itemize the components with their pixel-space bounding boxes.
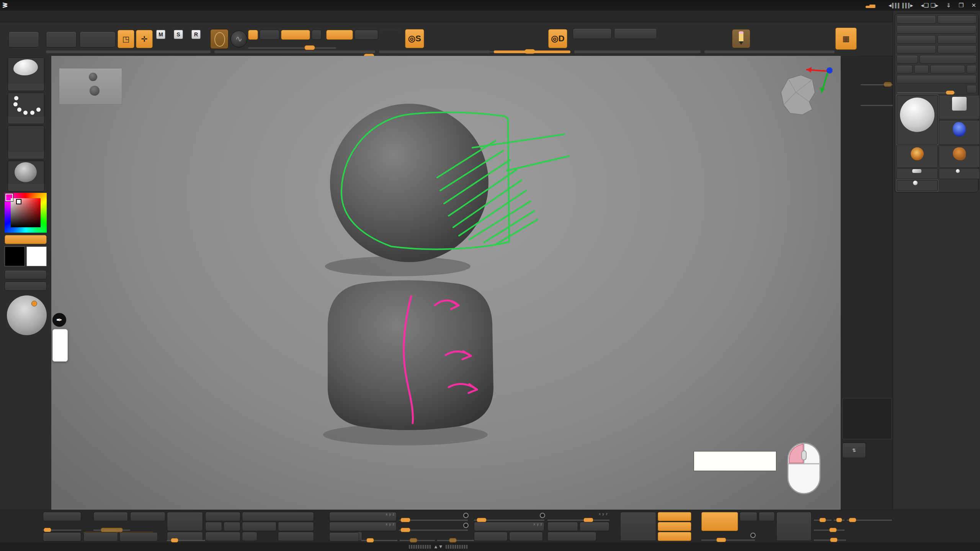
mini-document-preview[interactable] xyxy=(59,68,122,104)
surface-button[interactable] xyxy=(43,532,81,541)
roll-button[interactable] xyxy=(329,532,359,541)
color-swatch[interactable] xyxy=(60,337,66,343)
half-button[interactable] xyxy=(205,522,222,531)
polish-slider[interactable] xyxy=(399,512,468,521)
load-tools-from-project-button[interactable] xyxy=(897,25,977,34)
uv-button[interactable] xyxy=(242,532,257,541)
del-lower-button[interactable] xyxy=(93,512,128,521)
clay-polish-button[interactable] xyxy=(776,512,812,541)
inflate-slider[interactable]: x y z xyxy=(547,512,609,521)
current-color-swatch[interactable] xyxy=(54,349,66,360)
tool-thumb[interactable] xyxy=(897,168,938,179)
mrgb-button[interactable] xyxy=(260,30,279,40)
smart-resym-button[interactable]: x y z xyxy=(474,522,544,531)
active-tool-slider[interactable] xyxy=(897,85,965,93)
mask-by-feature-button[interactable] xyxy=(620,512,656,541)
store-mt-button[interactable] xyxy=(474,532,508,541)
texture-preview-frame[interactable] xyxy=(842,398,892,439)
make-polymesh3d-button[interactable] xyxy=(920,55,977,64)
current-brush-thumbnail[interactable] xyxy=(8,57,44,91)
goz-button[interactable] xyxy=(897,65,913,73)
same-button[interactable] xyxy=(224,522,240,531)
lazy-radius-slider[interactable] xyxy=(437,532,474,541)
tray-scroll-hatch[interactable] xyxy=(446,545,468,549)
fill-object-button[interactable] xyxy=(43,512,81,521)
tray-divider-active[interactable] xyxy=(494,51,570,53)
edge-slider[interactable] xyxy=(814,522,844,531)
draw-size-d-button[interactable]: ◎D xyxy=(548,29,567,48)
lazy-step-slider[interactable] xyxy=(400,532,435,541)
color-swatch[interactable] xyxy=(54,337,60,343)
live-boolean-button[interactable] xyxy=(80,31,116,47)
tool-thumb[interactable] xyxy=(897,180,938,191)
layout-icons[interactable]: ◂❏ ❏▸ xyxy=(921,2,938,9)
import-button[interactable] xyxy=(897,45,936,54)
tray-divider[interactable] xyxy=(379,51,490,53)
tablet-pressure-icon[interactable]: ◂∥∥∥ ∥∥∥▸ xyxy=(889,2,913,9)
mirror-button[interactable]: x y z xyxy=(329,522,397,531)
tool-thumb-active[interactable] xyxy=(897,95,938,145)
switch-color-button[interactable] xyxy=(5,270,47,279)
polish-by-features-slider[interactable] xyxy=(399,522,468,531)
unify-button[interactable]: x y z xyxy=(329,512,397,521)
a-toggle-button[interactable] xyxy=(248,30,258,40)
secondary-color-swatch[interactable] xyxy=(26,246,47,266)
split-screen-slider[interactable] xyxy=(847,512,892,521)
crease-button[interactable] xyxy=(658,532,691,541)
tool-thumb[interactable] xyxy=(939,120,980,145)
tray-divider[interactable] xyxy=(704,51,835,53)
goz-all-button[interactable] xyxy=(914,65,929,73)
color-swatch[interactable] xyxy=(60,331,66,337)
paste-tool-button[interactable] xyxy=(938,35,977,44)
lightbox-button[interactable] xyxy=(46,31,77,47)
goz-r-button[interactable] xyxy=(967,65,977,73)
zsub-button[interactable] xyxy=(354,30,378,40)
colorize-button[interactable] xyxy=(547,532,596,541)
dynamesh-button[interactable] xyxy=(701,512,738,531)
del-hidden-button[interactable] xyxy=(242,522,276,531)
saturation-value-square[interactable] xyxy=(11,198,41,227)
export-button[interactable] xyxy=(938,45,977,54)
dynamesh-groups-button[interactable] xyxy=(740,512,757,521)
scale-button[interactable]: S xyxy=(174,30,183,40)
surface-slider[interactable] xyxy=(814,532,846,541)
close-holes-button[interactable] xyxy=(278,522,314,531)
load-tool-button[interactable] xyxy=(897,15,936,24)
lightbox-tools-button[interactable] xyxy=(897,75,977,83)
mid-value-slider[interactable] xyxy=(43,522,81,531)
minimize-button[interactable]: ⇓ xyxy=(946,2,951,9)
focal-shift-s-button[interactable]: ◎S xyxy=(405,29,424,48)
replay-last-button[interactable] xyxy=(573,28,612,39)
home-page-button[interactable] xyxy=(8,31,39,47)
rotate-button[interactable]: R xyxy=(191,30,201,40)
zadd-button[interactable] xyxy=(326,30,353,40)
sdiv-slider[interactable] xyxy=(93,522,130,531)
roll-dist-slider[interactable] xyxy=(361,532,397,541)
main-color-swatch[interactable] xyxy=(5,246,25,266)
tool-thumb[interactable] xyxy=(939,95,980,119)
dynamesh-polish-button[interactable] xyxy=(759,512,775,521)
tray-divider[interactable] xyxy=(574,51,701,53)
current-alpha-thumbnail[interactable] xyxy=(8,126,44,159)
goz-visible-button[interactable] xyxy=(930,65,965,73)
merge-down-button[interactable] xyxy=(205,532,240,541)
current-tool-preview[interactable] xyxy=(7,295,47,335)
color-picker[interactable] xyxy=(5,193,47,233)
polish-by-groups-slider[interactable] xyxy=(474,512,544,521)
close-button[interactable]: ✕ xyxy=(971,2,976,9)
min-slider[interactable] xyxy=(834,512,844,521)
epic-pen-logo-icon[interactable]: ✒ xyxy=(52,313,66,327)
clone-button[interactable] xyxy=(897,55,918,64)
color-swatch[interactable] xyxy=(54,331,60,337)
tool-r-button[interactable] xyxy=(967,85,977,93)
zremesher-button[interactable] xyxy=(167,512,203,531)
max-slider[interactable] xyxy=(814,512,831,521)
document-canvas[interactable]: ✒ xyxy=(51,56,841,510)
sv-handle[interactable] xyxy=(16,199,21,204)
groups-button[interactable] xyxy=(658,522,691,531)
auto-groups-button[interactable] xyxy=(547,522,578,531)
backface-mask-button[interactable] xyxy=(119,532,158,541)
copy-tool-button[interactable] xyxy=(897,35,936,44)
tray-scroll-arrows[interactable]: ▲▼ xyxy=(433,544,443,549)
save-as-button[interactable] xyxy=(938,15,977,24)
